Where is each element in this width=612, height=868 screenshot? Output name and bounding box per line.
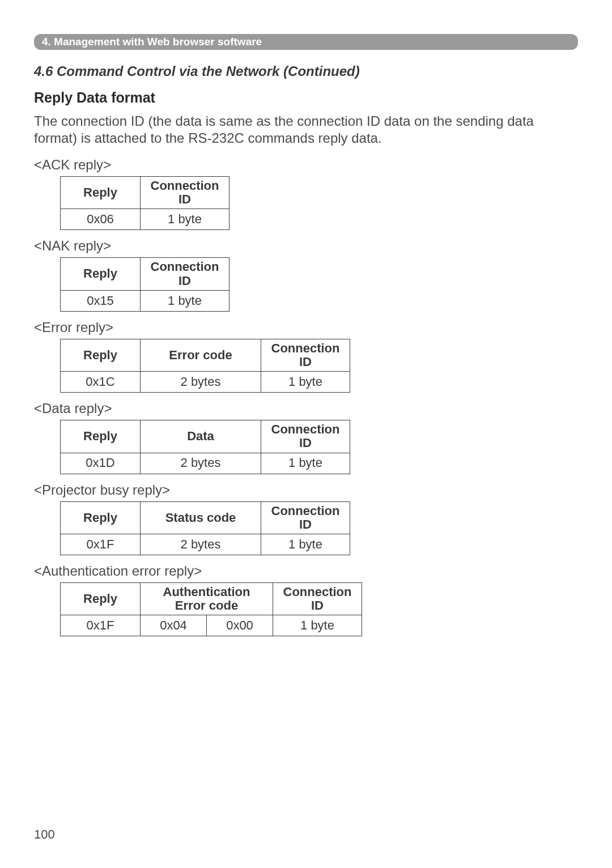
table-header: Error code bbox=[141, 339, 261, 371]
table-header: Connection ID bbox=[141, 177, 230, 209]
table-header: Data bbox=[141, 420, 261, 453]
table-header: Connection ID bbox=[141, 258, 230, 290]
table-header: Connection ID bbox=[273, 582, 362, 615]
busy-reply-table: Reply Status code Connection ID 0x1F 2 b… bbox=[60, 501, 350, 555]
data-reply-table: Reply Data Connection ID 0x1D 2 bytes 1 … bbox=[60, 420, 350, 474]
error-reply-label: <Error reply> bbox=[34, 320, 578, 335]
ack-reply-label: <ACK reply> bbox=[34, 157, 578, 173]
table-cell: 2 bytes bbox=[141, 372, 261, 393]
nak-reply-label: <NAK reply> bbox=[34, 238, 578, 254]
subheading-reply-data-format: Reply Data format bbox=[34, 90, 578, 106]
table-header: Connection ID bbox=[261, 501, 350, 534]
table-header: Reply bbox=[61, 420, 141, 453]
table-cell: 0x04 bbox=[141, 615, 207, 636]
table-cell: 0x06 bbox=[61, 209, 141, 230]
table-cell: 0x1F bbox=[61, 615, 141, 636]
table-header: Connection ID bbox=[261, 420, 350, 453]
chapter-text: 4. Management with Web browser software bbox=[42, 36, 262, 48]
table-cell: 0x1C bbox=[61, 372, 141, 393]
table-cell: 1 byte bbox=[261, 372, 350, 393]
ack-reply-table: Reply Connection ID 0x06 1 byte bbox=[60, 176, 230, 230]
table-header: Authentication Error code bbox=[141, 582, 273, 615]
table-cell: 2 bytes bbox=[141, 534, 261, 555]
data-reply-label: <Data reply> bbox=[34, 401, 578, 416]
table-header: Reply bbox=[61, 258, 141, 290]
table-cell: 0x1D bbox=[61, 453, 141, 474]
table-header: Reply bbox=[61, 501, 141, 534]
chapter-bar: 4. Management with Web browser software bbox=[34, 34, 578, 50]
table-header: Reply bbox=[61, 177, 141, 209]
table-header: Connection ID bbox=[261, 339, 350, 371]
error-reply-table: Reply Error code Connection ID 0x1C 2 by… bbox=[60, 339, 350, 393]
auth-reply-label: <Authentication error reply> bbox=[34, 563, 578, 579]
table-cell: 1 byte bbox=[141, 209, 230, 230]
table-cell: 0x00 bbox=[207, 615, 273, 636]
page-number: 100 bbox=[34, 827, 55, 842]
table-cell: 1 byte bbox=[273, 615, 362, 636]
table-cell: 2 bytes bbox=[141, 453, 261, 474]
nak-reply-table: Reply Connection ID 0x15 1 byte bbox=[60, 257, 230, 311]
chapter-pill: 4. Management with Web browser software bbox=[42, 36, 262, 48]
table-cell: 1 byte bbox=[261, 534, 350, 555]
section-title: 4.6 Command Control via the Network (Con… bbox=[34, 63, 578, 79]
table-cell: 1 byte bbox=[141, 290, 230, 311]
table-cell: 0x15 bbox=[61, 290, 141, 311]
table-cell: 0x1F bbox=[61, 534, 141, 555]
table-header: Status code bbox=[141, 501, 261, 534]
table-cell: 1 byte bbox=[261, 453, 350, 474]
table-header: Reply bbox=[61, 582, 141, 615]
table-header: Reply bbox=[61, 339, 141, 371]
intro-paragraph: The connection ID (the data is same as t… bbox=[34, 113, 578, 147]
busy-reply-label: <Projector busy reply> bbox=[34, 482, 578, 498]
auth-reply-table: Reply Authentication Error code Connecti… bbox=[60, 582, 362, 636]
document-page: 4. Management with Web browser software … bbox=[0, 0, 612, 868]
